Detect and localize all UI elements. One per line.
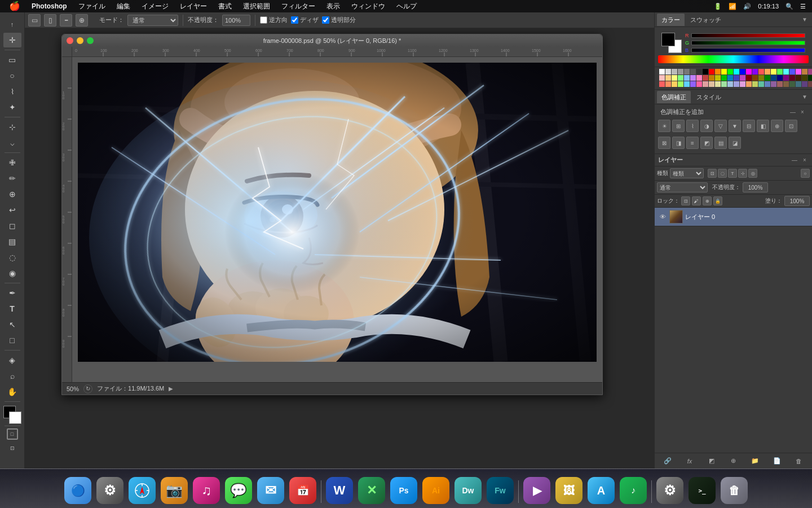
swatch-r7[interactable]: [696, 81, 702, 87]
dock-finder[interactable]: 🔵: [63, 475, 93, 506]
layers-panel-minimize[interactable]: —: [791, 156, 798, 164]
swatch-brown[interactable]: [802, 69, 807, 75]
swatch-r12[interactable]: [727, 81, 733, 87]
adj-selective-color[interactable]: ◪: [729, 137, 741, 149]
swatch-orange[interactable]: [715, 69, 721, 75]
tool-wand[interactable]: ✦: [3, 100, 21, 115]
swatch-r3[interactable]: [672, 81, 677, 87]
tool-text[interactable]: T: [3, 301, 21, 316]
swatch-r17[interactable]: [758, 81, 764, 87]
tool-eyedropper[interactable]: ⌵: [3, 135, 21, 150]
dock-appstore[interactable]: A: [586, 475, 616, 506]
lock-artboard[interactable]: 🔒: [713, 196, 722, 205]
swatch8[interactable]: [703, 75, 708, 81]
swatch-ltmagenta[interactable]: [796, 69, 801, 75]
swatch-peach[interactable]: [765, 69, 770, 75]
swatch-r23[interactable]: [796, 81, 801, 87]
swatch25[interactable]: [808, 75, 812, 81]
window-minimize-btn[interactable]: [77, 37, 83, 44]
g-slider[interactable]: [691, 41, 805, 45]
swatch2[interactable]: [665, 75, 671, 81]
swatch-blue[interactable]: [740, 69, 745, 75]
adj-curves[interactable]: ⌇: [686, 120, 699, 132]
apple-menu[interactable]: 🍎: [5, 0, 25, 12]
window-menu[interactable]: ウィンドウ: [347, 0, 390, 12]
color-spectrum[interactable]: [658, 55, 809, 63]
tool-shape[interactable]: □: [3, 333, 21, 348]
tool-3d[interactable]: ◈: [3, 353, 21, 367]
swatch-r19[interactable]: [771, 81, 776, 87]
swatch13[interactable]: [734, 75, 739, 81]
tool-zoom[interactable]: ⌕: [3, 369, 21, 383]
filter-adj[interactable]: ◌: [718, 169, 727, 178]
swatch18[interactable]: [765, 75, 770, 81]
swatch-red[interactable]: [709, 69, 714, 75]
tool-frame[interactable]: ⊡: [3, 441, 21, 456]
dock-fw[interactable]: Fw: [485, 475, 515, 506]
swatch11[interactable]: [721, 75, 727, 81]
swatch-gray2[interactable]: [678, 69, 683, 75]
filter-toggle[interactable]: ○: [801, 169, 810, 178]
adj-panel-close[interactable]: ×: [798, 108, 806, 116]
swatch-lightgray[interactable]: [665, 69, 671, 75]
swatch-r13[interactable]: [734, 81, 739, 87]
swatch-r8[interactable]: [703, 81, 708, 87]
layer-kind-select[interactable]: 種類: [670, 168, 704, 178]
swatch-r4[interactable]: [678, 81, 683, 87]
tool-stamp[interactable]: ⊕: [3, 187, 21, 202]
swatch9[interactable]: [709, 75, 714, 81]
group-btn[interactable]: 📁: [749, 456, 761, 466]
swatch-magenta[interactable]: [746, 69, 752, 75]
layers-opacity-input[interactable]: [743, 182, 768, 192]
layer-item-0[interactable]: 👁 レイヤー 0: [655, 208, 812, 226]
adj-gradient-map[interactable]: ▤: [714, 137, 727, 149]
list-icon[interactable]: ☰: [798, 3, 807, 10]
background-color[interactable]: [9, 411, 21, 424]
adj-levels[interactable]: ⊞: [672, 120, 685, 132]
opt-add-btn[interactable]: ⊕: [76, 14, 88, 27]
adj-exposure[interactable]: ◑: [700, 120, 713, 132]
dock-word[interactable]: W: [324, 475, 355, 506]
blend-mode-layers[interactable]: 通常: [657, 182, 708, 192]
tab-styles[interactable]: スタイル: [692, 91, 726, 103]
swatch23[interactable]: [796, 75, 801, 81]
tool-gradient[interactable]: ▤: [3, 234, 21, 249]
swatch-r9[interactable]: [709, 81, 714, 87]
transparency-check[interactable]: [322, 16, 329, 24]
opt-round-btn[interactable]: ▯: [44, 14, 56, 27]
dock-x-app[interactable]: ✕: [356, 475, 387, 506]
swatch1[interactable]: [659, 75, 665, 81]
swatch3[interactable]: [672, 75, 677, 81]
select-menu[interactable]: 選択範囲: [239, 0, 275, 12]
dock-itunes[interactable]: ♫: [191, 475, 222, 506]
blend-mode-select[interactable]: 通常: [127, 15, 178, 26]
reverse-check[interactable]: [260, 16, 267, 24]
swatch12[interactable]: [727, 75, 733, 81]
opt-rect-btn[interactable]: ▭: [28, 14, 41, 27]
swatch-white[interactable]: [659, 69, 665, 75]
delete-btn[interactable]: 🗑: [793, 456, 805, 466]
tool-blur[interactable]: ◌: [3, 250, 21, 265]
lock-image[interactable]: 🖌: [692, 196, 701, 205]
swatch-salmon[interactable]: [758, 69, 764, 75]
swatch-gray3[interactable]: [684, 69, 690, 75]
opacity-input[interactable]: 100%: [222, 15, 250, 26]
adj-color-lookup[interactable]: ⊠: [658, 137, 670, 149]
swatch21[interactable]: [783, 75, 789, 81]
canvas-drawing-area[interactable]: [72, 57, 602, 382]
dock-calendar[interactable]: 📅: [288, 475, 318, 506]
tool-lasso[interactable]: ⌇: [3, 84, 21, 99]
swatch-ltgreen[interactable]: [777, 69, 783, 75]
swatch-cyan[interactable]: [734, 69, 739, 75]
tool-heal[interactable]: ✙: [3, 155, 21, 170]
swatch5[interactable]: [684, 75, 690, 81]
adj-btn[interactable]: ⊕: [727, 456, 739, 466]
swatch-r24[interactable]: [802, 81, 807, 87]
swatch-ltcyan[interactable]: [783, 69, 789, 75]
swatch-r25[interactable]: [808, 81, 812, 87]
swatch-darkgray[interactable]: [696, 69, 702, 75]
tool-brush[interactable]: ✏: [3, 171, 21, 186]
b-slider[interactable]: [691, 48, 805, 52]
dither-check[interactable]: [291, 16, 298, 24]
swatch-r6[interactable]: [690, 81, 696, 87]
